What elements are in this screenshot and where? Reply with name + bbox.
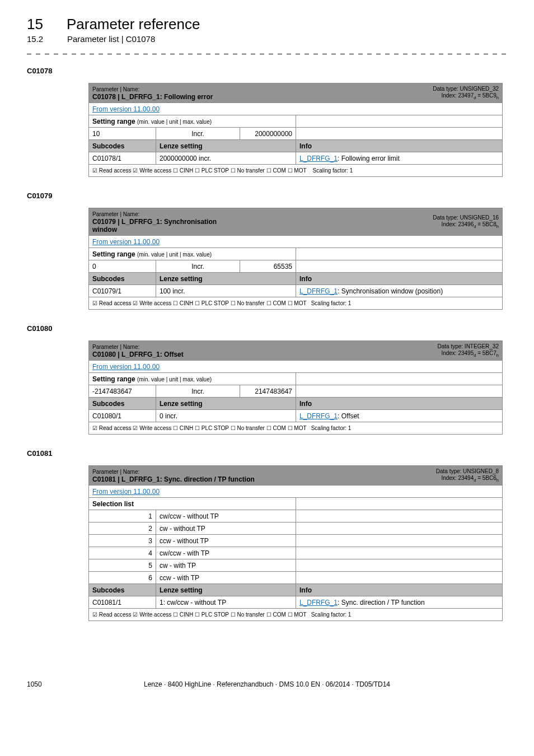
page-number: 1050 — [27, 680, 42, 688]
chapter-heading: 15 Parameter reference — [27, 16, 507, 33]
param-anchor: C01078 — [27, 67, 507, 75]
param-table-c01079: Parameter | Name: C01079 | L_DFRFG_1: Sy… — [88, 208, 503, 310]
lenze-setting-header: Lenze setting — [156, 140, 296, 152]
version-link[interactable]: From version 11.00.00 — [92, 238, 160, 246]
access-flags: ☑ Read access ☑ Write access ☐ CINH ☐ PL… — [92, 167, 306, 174]
info-header: Info — [296, 140, 503, 152]
info-link[interactable]: L_DFRFG_1 — [299, 599, 338, 606]
param-anchor: C01080 — [27, 324, 507, 333]
param-table-c01080: Parameter | Name: C01080 | L_DFRFG_1: Of… — [88, 340, 503, 435]
param-name: C01081 | L_DFRFG_1: Sync. direction / TP… — [92, 475, 255, 483]
chapter-title: Parameter reference — [67, 16, 200, 33]
index-suf: = 5BC9 — [476, 92, 496, 99]
setting-value: 2000000000 incr. — [156, 152, 296, 165]
scaling: Scaling factor: 1 — [312, 167, 353, 174]
param-anchor: C01081 — [27, 449, 507, 458]
unit: Incr. — [156, 128, 240, 140]
subcodes-header: Subcodes — [89, 140, 156, 152]
subchapter-title: Parameter list | C01078 — [67, 34, 155, 44]
max-value: 2000000000 — [240, 128, 296, 140]
page-footer: 1050 Lenze · 8400 HighLine · Referenzhan… — [0, 680, 534, 699]
selection-list-header: Selection list — [89, 498, 296, 510]
subchapter-heading: 15.2 Parameter list | C01078 — [27, 34, 507, 44]
param-table-c01081: Parameter | Name: C01081 | L_DFRFG_1: Sy… — [88, 465, 503, 621]
info-link[interactable]: L_DFRFG_1 — [299, 287, 338, 295]
chapter-number: 15 — [27, 16, 43, 33]
footer-text: Lenze · 8400 HighLine · Referenzhandbuch… — [27, 680, 507, 688]
data-type: Data type: UNSIGNED_32 — [433, 86, 499, 92]
param-name: C01079 | L_DFRFG_1: Synchronisation wind… — [92, 218, 217, 234]
setting-range-label: Setting range — [92, 118, 137, 125]
version-link[interactable]: From version 11.00.00 — [92, 363, 160, 371]
info-link[interactable]: L_DFRFG_1 — [299, 155, 338, 162]
param-name-label: Parameter | Name: — [92, 86, 139, 92]
param-table-c01078: Parameter | Name: C01078 | L_DFRFG_1: Fo… — [88, 83, 503, 177]
version-link[interactable]: From version 11.00.00 — [92, 105, 160, 113]
subcode: C01078/1 — [89, 152, 156, 165]
info-text: : Following error limit — [338, 155, 400, 162]
info-link[interactable]: L_DFRFG_1 — [299, 412, 338, 420]
subchapter-number: 15.2 — [27, 34, 44, 44]
index-pre: Index: 23497 — [441, 92, 474, 99]
param-name: C01080 | L_DFRFG_1: Offset — [92, 351, 184, 358]
param-name: C01078 | L_DFRFG_1: Following error — [92, 93, 213, 101]
param-anchor: C01079 — [27, 192, 507, 200]
divider — [27, 54, 507, 54]
min-value: 10 — [89, 128, 156, 140]
version-link[interactable]: From version 11.00.00 — [92, 488, 160, 496]
